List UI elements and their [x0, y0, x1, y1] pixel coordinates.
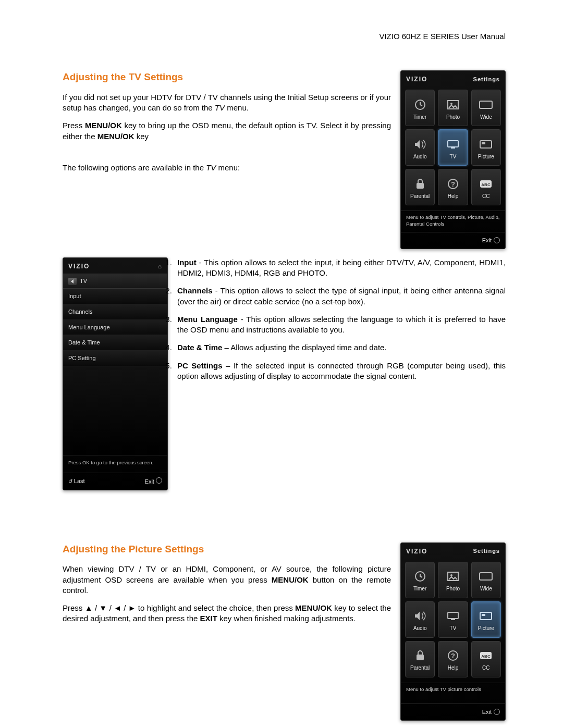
- text-bold: PC Settings: [177, 361, 223, 370]
- back-icon: [68, 278, 77, 285]
- osd-row-input[interactable]: Input: [63, 289, 167, 304]
- osd-label: Audio: [413, 153, 427, 161]
- osd-grid: Timer Photo Wide Audio TV Picture: [401, 87, 505, 208]
- svg-rect-3: [480, 101, 492, 108]
- cc-icon: ABC: [478, 649, 494, 662]
- osd-settings-picture: VIZIO Settings Timer Photo Wide Audio: [400, 542, 506, 721]
- osd-row-pc-setting[interactable]: PC Setting: [63, 351, 167, 366]
- wide-icon: [478, 98, 494, 112]
- audio-icon: [412, 138, 428, 151]
- osd-cell-timer[interactable]: Timer: [405, 90, 435, 126]
- osd-prompt: Press OK to go to the previous screen.: [63, 455, 167, 473]
- svg-text:ABC: ABC: [482, 182, 491, 187]
- osd-row-menu-language[interactable]: Menu Language: [63, 320, 167, 336]
- text: key when finished making adjustments.: [217, 614, 356, 623]
- arrow-glyphs: ▲ / ▼ / ◄ / ►: [85, 603, 136, 612]
- text: - This option allows to select the input…: [177, 258, 506, 277]
- osd-brand: VIZIO: [406, 547, 427, 556]
- osd-label: Help: [448, 664, 459, 672]
- osd-label: Timer: [413, 585, 426, 593]
- last-button[interactable]: ↺ Last: [68, 477, 85, 485]
- tv-icon: [445, 138, 461, 151]
- exit-icon: [156, 477, 162, 484]
- osd-breadcrumb[interactable]: TV: [63, 274, 167, 289]
- osd-cell-audio[interactable]: Audio: [405, 601, 435, 638]
- lock-icon: [412, 177, 428, 191]
- osd-row-date-time[interactable]: Date & Time: [63, 335, 167, 351]
- svg-rect-20: [482, 614, 485, 616]
- text-italic: TV: [215, 103, 225, 112]
- osd-cell-picture[interactable]: Picture: [471, 601, 501, 638]
- tv-icon: [445, 609, 461, 623]
- osd-row-channels[interactable]: Channels: [63, 304, 167, 320]
- osd-cell-cc[interactable]: ABC CC: [471, 641, 501, 677]
- exit-label[interactable]: Exit: [482, 237, 492, 244]
- osd-brand: VIZIO: [68, 262, 90, 270]
- osd-cell-parental[interactable]: Parental: [405, 169, 435, 205]
- osd-label: Parental: [410, 664, 430, 672]
- osd-cell-help[interactable]: ? Help: [438, 169, 468, 205]
- text-italic: TV: [206, 163, 216, 172]
- text: key: [134, 132, 149, 141]
- wide-icon: [478, 570, 494, 583]
- text: – Allows adjusting the displayed time an…: [222, 343, 386, 352]
- osd-cell-picture[interactable]: Picture: [471, 129, 501, 166]
- osd-cell-tv[interactable]: TV: [438, 601, 468, 638]
- osd-label: Photo: [446, 585, 460, 593]
- osd-title: Settings: [473, 76, 500, 83]
- text: to highlight and select the choice, then…: [136, 603, 296, 612]
- svg-rect-17: [448, 612, 458, 619]
- text: menu.: [225, 103, 249, 112]
- exit-button[interactable]: Exit: [145, 477, 162, 486]
- osd-footer: Exit: [401, 704, 505, 720]
- osd-header: VIZIO Settings: [401, 543, 505, 559]
- osd-title: Settings: [473, 547, 500, 555]
- osd-empty-area: [63, 366, 167, 455]
- section-tv-settings: VIZIO Settings Timer Photo Wide Audio: [63, 70, 506, 253]
- osd-header: VIZIO Settings: [401, 71, 505, 87]
- text: Press: [63, 603, 85, 612]
- text: Press: [63, 121, 85, 130]
- osd-cell-timer[interactable]: Timer: [405, 562, 435, 598]
- osd-header: VIZIO ⌂: [63, 258, 167, 274]
- osd-label: Photo: [446, 114, 460, 121]
- osd-label: Parental: [410, 193, 430, 200]
- help-icon: ?: [445, 649, 461, 662]
- cc-icon: ABC: [478, 177, 494, 191]
- osd-footer: Exit: [401, 232, 505, 249]
- svg-text:?: ?: [451, 652, 455, 660]
- osd-label: Picture: [478, 625, 494, 632]
- picture-icon: [478, 609, 494, 623]
- osd-cell-wide[interactable]: Wide: [471, 562, 501, 598]
- crumb-label: TV: [80, 277, 87, 285]
- osd-cell-photo[interactable]: Photo: [438, 90, 468, 126]
- text-bold: Input: [177, 258, 197, 267]
- osd-label: Help: [448, 193, 459, 200]
- osd-cell-photo[interactable]: Photo: [438, 562, 468, 598]
- exit-icon: [494, 709, 500, 715]
- osd-cell-cc[interactable]: ABC CC: [471, 169, 501, 205]
- osd-cell-audio[interactable]: Audio: [405, 129, 435, 166]
- svg-rect-7: [482, 142, 485, 144]
- osd-label: Timer: [413, 114, 426, 121]
- osd-brand: VIZIO: [406, 75, 427, 83]
- section-picture-settings: VIZIO Settings Timer Photo Wide Audio: [63, 542, 506, 725]
- text-bold: Channels: [177, 286, 213, 295]
- manual-header: VIZIO 60HZ E SERIES User Manual: [63, 31, 506, 42]
- svg-rect-8: [417, 183, 424, 189]
- osd-cell-wide[interactable]: Wide: [471, 90, 501, 126]
- osd-cell-help[interactable]: ? Help: [438, 641, 468, 677]
- osd-cell-parental[interactable]: Parental: [405, 641, 435, 677]
- exit-label[interactable]: Exit: [482, 708, 492, 716]
- svg-point-15: [450, 574, 452, 576]
- picture-icon: [478, 138, 494, 151]
- text-bold: EXIT: [200, 614, 217, 623]
- text: menu:: [216, 163, 240, 172]
- text-bold: MENU/OK: [272, 575, 309, 584]
- osd-cell-tv[interactable]: TV: [438, 129, 468, 166]
- help-icon: ?: [445, 177, 461, 191]
- clock-icon: [412, 98, 428, 112]
- osd-hint-text: Menu to adjust TV controls, Picture, Aud…: [401, 211, 505, 232]
- home-icon[interactable]: ⌂: [158, 263, 162, 270]
- svg-rect-21: [417, 655, 424, 660]
